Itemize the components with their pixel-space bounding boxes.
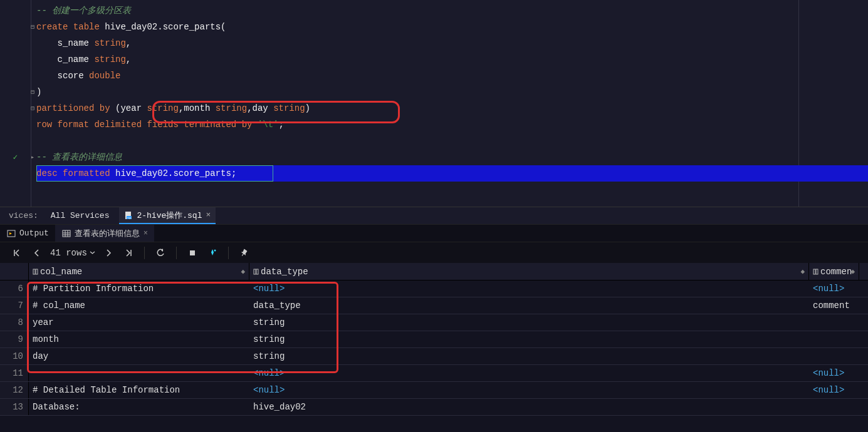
table-row[interactable]: 10daystring — [0, 348, 868, 365]
code-line[interactable]: desc formatted hive_day02.score_parts; — [36, 165, 868, 182]
last-page-button[interactable] — [122, 246, 135, 260]
column-header[interactable]: commen◆ — [809, 263, 859, 280]
row-number-cell: 9 — [0, 331, 29, 347]
token-keyword: formatted — [63, 168, 110, 178]
table-row[interactable]: 13Database:hive_day02 — [0, 399, 868, 416]
code-line[interactable]: create table hive_day02.score_parts( — [36, 19, 868, 35]
code-line[interactable]: row format delimited fields terminated b… — [36, 116, 868, 133]
null-value: <null> — [813, 385, 844, 395]
column-header[interactable]: data_type◆ — [249, 263, 809, 280]
code-line[interactable]: partitioned by (year string,month string… — [36, 100, 868, 116]
first-page-button[interactable] — [10, 246, 24, 260]
output-tab[interactable]: Output — [0, 225, 55, 242]
code-line[interactable]: score double — [36, 68, 868, 84]
next-page-button[interactable] — [102, 246, 115, 260]
cell[interactable] — [29, 365, 249, 381]
column-header[interactable]: col_name◆ — [29, 263, 249, 280]
code-lines[interactable]: -- 创建一个多级分区表create table hive_day02.scor… — [31, 0, 868, 207]
token-plain — [268, 103, 273, 113]
null-value: <null> — [253, 385, 285, 395]
code-line[interactable]: s_name string, — [36, 35, 868, 51]
gutter-line: ⊟ — [0, 19, 31, 35]
cell[interactable]: comment — [809, 297, 859, 314]
table-row[interactable]: 7# col_namedata_typecomment — [0, 297, 868, 314]
cell[interactable]: day — [29, 348, 249, 364]
code-line[interactable] — [36, 182, 868, 198]
column-header-label: data_type — [261, 267, 308, 277]
refresh-button[interactable] — [154, 246, 167, 260]
token-type: string — [94, 54, 125, 64]
row-number-cell: 12 — [0, 382, 29, 398]
cell[interactable] — [809, 331, 859, 347]
table-detail-tab[interactable]: 查看表的详细信息 × — [55, 225, 154, 242]
row-count-dropdown[interactable]: 41 rows — [50, 248, 95, 258]
token-ident: hive_day02.score_parts — [115, 168, 231, 178]
token-plain — [36, 54, 58, 64]
gutter-line — [0, 3, 31, 19]
sort-icon[interactable]: ◆ — [241, 267, 245, 275]
token-ident: c_name — [58, 54, 89, 64]
gutter-line — [0, 116, 31, 133]
sql-file-icon: SQL — [124, 210, 134, 220]
gutter-line — [0, 182, 31, 198]
cell[interactable] — [809, 399, 859, 415]
cell[interactable]: # Partition Information — [29, 280, 249, 297]
token-plain — [110, 168, 115, 178]
pin-button[interactable] — [238, 246, 251, 260]
cell[interactable]: data_type — [249, 297, 809, 314]
gutter-line — [0, 51, 31, 68]
code-editor[interactable]: ⊟⊟⊟✓▸ -- 创建一个多级分区表create table hive_day0… — [0, 0, 868, 207]
row-number-cell: 7 — [0, 297, 29, 314]
results-grid[interactable]: col_name◆ data_type◆ commen◆ 6# Partitio… — [0, 263, 868, 432]
table-row[interactable]: 11<null><null> — [0, 365, 868, 382]
cell[interactable]: month — [29, 331, 249, 347]
all-services-item[interactable]: All Services — [44, 211, 116, 220]
file-tab[interactable]: SQL 2-hive操作.sql × — [119, 207, 216, 224]
stop-button[interactable] — [186, 246, 199, 260]
close-icon[interactable]: × — [144, 229, 148, 238]
results-body[interactable]: 6# Partition Information<null><null>7# c… — [0, 280, 868, 416]
cell[interactable]: <null> — [249, 280, 809, 297]
results-header-row: col_name◆ data_type◆ commen◆ — [0, 263, 868, 280]
column-header-label: col_name — [40, 267, 82, 277]
svg-text:SQL: SQL — [127, 217, 132, 219]
cell[interactable]: Database: — [29, 399, 249, 415]
code-line[interactable]: -- 查看表的详细信息 — [36, 149, 868, 165]
cell[interactable]: year — [29, 314, 249, 331]
cell[interactable] — [809, 314, 859, 331]
table-row[interactable]: 6# Partition Information<null><null> — [0, 280, 868, 297]
cell[interactable]: <null> — [809, 365, 859, 381]
svg-rect-16 — [33, 269, 35, 274]
cell[interactable]: <null> — [809, 280, 859, 297]
code-line[interactable]: ) — [36, 84, 868, 100]
cell[interactable]: # col_name — [29, 297, 249, 314]
sort-icon[interactable]: ◆ — [800, 267, 805, 275]
code-line[interactable]: c_name string, — [36, 51, 868, 68]
code-line[interactable]: -- 创建一个多级分区表 — [36, 3, 868, 19]
code-line[interactable] — [36, 133, 868, 149]
table-row[interactable]: 9monthstring — [0, 331, 868, 348]
token-ident: year — [120, 103, 142, 113]
cell[interactable]: <null> — [249, 365, 809, 381]
cell[interactable]: string — [249, 348, 809, 364]
row-number-cell: 13 — [0, 399, 29, 415]
token-string: '\t' — [258, 120, 279, 130]
cell[interactable]: <null> — [249, 382, 809, 398]
cell[interactable]: # Detailed Table Information — [29, 382, 249, 398]
prev-page-button[interactable] — [30, 246, 44, 260]
ai-tool-button[interactable] — [206, 246, 219, 260]
token-punct: ; — [231, 168, 236, 178]
token-plain — [89, 38, 94, 48]
sort-icon[interactable]: ◆ — [850, 267, 855, 275]
cell[interactable] — [809, 348, 859, 364]
gutter-line — [0, 133, 31, 149]
cell[interactable]: string — [249, 314, 809, 331]
cell[interactable]: string — [249, 331, 809, 347]
table-row[interactable]: 8yearstring — [0, 314, 868, 331]
cell[interactable]: <null> — [809, 382, 859, 398]
close-icon[interactable]: × — [206, 210, 211, 220]
table-row[interactable]: 12# Detailed Table Information<null><nul… — [0, 382, 868, 399]
cell[interactable]: hive_day02 — [249, 399, 809, 415]
token-type: string — [273, 103, 305, 113]
token-ident: hive_day02.score_parts — [105, 22, 221, 32]
